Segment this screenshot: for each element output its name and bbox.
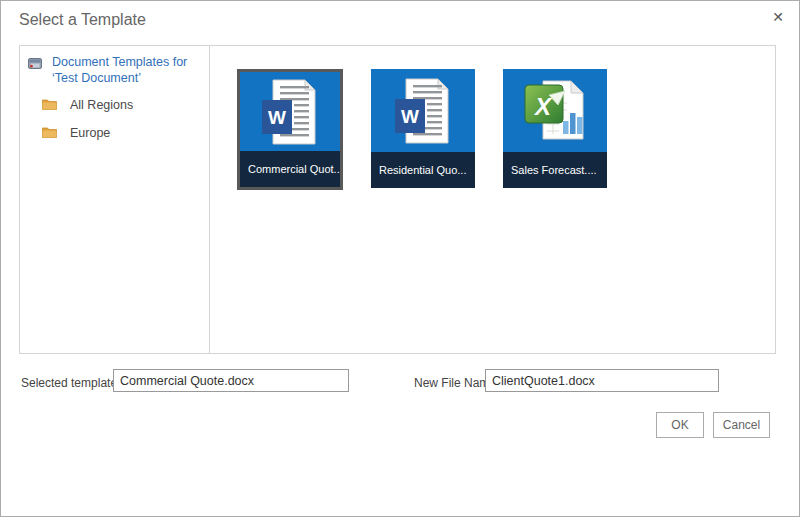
template-tile-commercial-quote[interactable]: W Commercial Quot...	[237, 69, 343, 190]
template-tile-label: Sales Forecast....	[503, 152, 607, 188]
tree-node-all-regions[interactable]: All Regions	[28, 96, 201, 114]
tree-node-label: Europe	[70, 126, 110, 140]
folder-icon	[42, 96, 57, 114]
tree-node-label: All Regions	[70, 98, 133, 112]
template-tiles-area: W Commercial Quot...	[210, 46, 775, 353]
excel-doc-icon: X	[503, 69, 607, 152]
word-badge-letter: W	[268, 107, 286, 128]
folder-icon	[42, 124, 57, 142]
tree-root-label: Document Templates for ‘Test Document’	[52, 54, 201, 86]
selected-template-label: Selected template:	[21, 376, 120, 390]
excel-badge-letter: X	[533, 93, 553, 120]
word-doc-icon: W	[371, 69, 475, 152]
close-icon: ✕	[772, 9, 784, 25]
selected-template-input[interactable]	[113, 369, 349, 392]
site-library-icon	[28, 56, 42, 74]
word-doc-icon: W	[240, 72, 340, 151]
template-tile-sales-forecast[interactable]: X Sales Forecast....	[503, 69, 607, 188]
close-button[interactable]: ✕	[767, 6, 789, 28]
ok-button[interactable]: OK	[656, 412, 704, 438]
template-tile-residential-quote[interactable]: W Residential Quo...	[371, 69, 475, 188]
cancel-button[interactable]: Cancel	[713, 412, 770, 438]
tree-node-europe[interactable]: Europe	[28, 124, 201, 142]
template-tree-panel: Document Templates for ‘Test Document’ A…	[20, 46, 210, 353]
template-tile-label: Commercial Quot...	[240, 151, 340, 187]
word-badge-letter: W	[401, 106, 419, 127]
new-file-name-input[interactable]	[485, 369, 719, 392]
template-picker-panel: Document Templates for ‘Test Document’ A…	[19, 45, 776, 354]
template-tile-label: Residential Quo...	[371, 152, 475, 188]
tree-root-node[interactable]: Document Templates for ‘Test Document’	[28, 54, 201, 86]
dialog-title: Select a Template	[19, 11, 146, 29]
